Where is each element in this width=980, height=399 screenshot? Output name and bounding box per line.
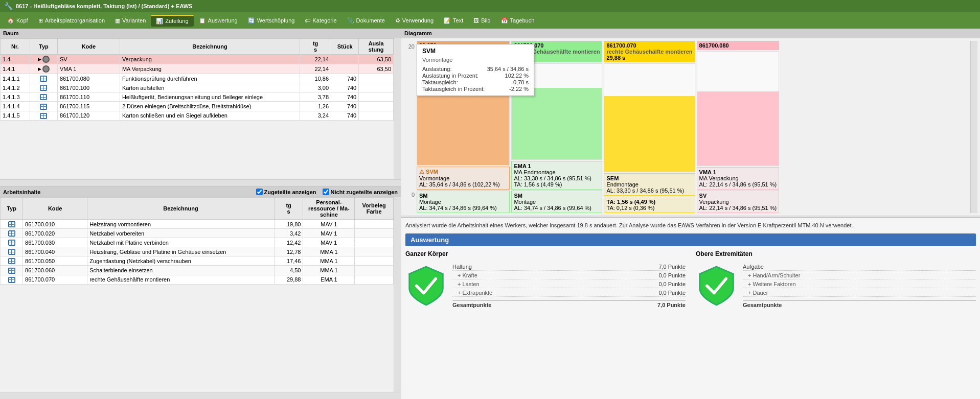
sv-card: VMA 1 MA Verpackung AL: 22,14 s / 34,86 … — [697, 167, 780, 190]
tree-header: Baum — [0, 29, 401, 38]
bar-svm-fill — [417, 84, 509, 165]
nav-wertschoepfung[interactable]: 🔄 Wertschöpfung — [243, 15, 300, 26]
erg-row-haltung: Haltung 7,0 Punkte — [452, 263, 686, 271]
app-icon: 🔧 — [4, 2, 13, 10]
erg-shield-row-ganzer: Haltung 7,0 Punkte + Kräfte 0,0 Punkte +… — [405, 263, 686, 309]
sm-card: SM Montage AL: 34,74 s / 34,86 s (99,64 … — [417, 191, 510, 213]
nav-verwendung[interactable]: ♻ Verwendung — [390, 15, 439, 26]
bar-sem-fill — [604, 96, 694, 172]
nav-dokumente[interactable]: 📎 Dokumente — [342, 15, 390, 26]
tree-row[interactable]: 1.4.1.3861700.110Heißluftgerät, Bedienun… — [1, 92, 394, 102]
erg-row-lasten: + Lasten 0,0 Punkte — [452, 280, 686, 288]
work-row[interactable]: 861700.070rechte Gehäusehälfte montieren… — [1, 275, 394, 284]
work-row[interactable]: 861700.020Netzkabel vorbereiten3,42MAV 1 — [1, 229, 394, 238]
work-section-title: Arbeitsinhalte — [3, 189, 40, 195]
checkbox-nicht-zugeteilte[interactable]: Nicht zugeteilte anzeigen — [323, 189, 398, 195]
work-table: Typ Kode Bezeichnung tgs Personal-ressou… — [0, 197, 394, 285]
work-row[interactable]: 861700.060Schalterblende einsetzen4,50MM… — [1, 266, 394, 275]
sm-card3: SM Montage AL: 34,74 s / 34,86 s (99,64 … — [511, 191, 602, 213]
y-label-20: 20 — [408, 43, 415, 50]
tree-section: Baum Nr. Typ Kode Bezeichnung tgs Stück — [0, 29, 401, 187]
erg-row-handarm: + Hand/Arm/Schulter — [743, 272, 976, 279]
nav-bild[interactable]: 🖼 Bild — [468, 15, 495, 26]
work-col-bez: Bezeichnung — [87, 198, 275, 220]
chart-bar-sv — [697, 51, 780, 166]
erg-row-aufgabe: Aufgabe — [743, 263, 976, 271]
tree-col-nr: Nr. — [1, 39, 30, 55]
work-scrollbar[interactable] — [394, 197, 401, 392]
tooltip-takt-pct-row: Taktausgleich in Prozent: -2,22 % — [422, 86, 529, 92]
tree-col-stuck: Stück — [331, 39, 359, 55]
work-header: Arbeitsinhalte Zugeteilte anzeigen Nicht… — [0, 187, 401, 197]
erg-analysis-text: Analysiert wurde die Arbeitsinhalt eines… — [405, 222, 976, 229]
chart-col-sv-header: 861700.080 — [697, 41, 780, 50]
sv-card2: SV Verpackung AL: 22,14 s / 34,86 s (95,… — [697, 191, 780, 213]
nav-tagebuch[interactable]: 📅 Tagebuch — [496, 15, 540, 26]
nav-varianten[interactable]: ▦ Varianten — [110, 15, 151, 26]
tooltip-subtitle: Vormontage — [422, 57, 529, 63]
svm-card: ⚠ SVM Vormontage AL: 35,64 s / 34,86 s (… — [417, 167, 510, 190]
work-scroll-h[interactable] — [0, 392, 401, 399]
diagram-header: Diagramm — [401, 29, 980, 38]
chart-col-sem-header: 861700.070 rechte Gehäusehälfte montiere… — [604, 41, 695, 62]
nav-arbeitsplatz[interactable]: ⊞ Arbeitsplatzorganisation — [33, 15, 110, 26]
kategorie-icon: 🏷 — [305, 17, 310, 24]
bar-sm-fill — [512, 88, 602, 159]
dokumente-icon: 📎 — [347, 17, 354, 24]
nav-zuteilung[interactable]: 📊 Zuteilung — [151, 15, 193, 27]
nav-auswertung[interactable]: 📋 Auswertung — [194, 15, 243, 26]
diagram-section: Diagramm SVM Vormontage Auslastung: 35,6… — [401, 29, 980, 218]
work-col-pers: Personal-ressource / Ma-schine — [303, 198, 355, 220]
tree-col-bez: Bezeichnung — [120, 39, 300, 55]
tree-scrollbar[interactable] — [394, 38, 401, 179]
window-title: 8617 - Heißluftgebläse komplett, Taktung… — [16, 3, 192, 9]
bild-icon: 🖼 — [473, 17, 479, 24]
tree-row[interactable]: 1.4.1.4861700.1152 Düsen einlegen (Breit… — [1, 102, 394, 111]
tooltip-title: SVM — [422, 48, 529, 55]
nav-kopf[interactable]: 🏠 Kopf — [2, 15, 33, 26]
wertschoepfung-icon: 🔄 — [248, 17, 255, 24]
nav-text[interactable]: 📝 Text — [439, 15, 468, 26]
main-layout: Baum Nr. Typ Kode Bezeichnung tgs Stück — [0, 29, 980, 399]
sm-card2: EMA 1 MA Endmontage AL: 33,30 s / 34,86 … — [511, 161, 602, 190]
erg-row-total-ganzer: Gesamtpunkte 7,0 Punkte — [452, 300, 686, 308]
checkbox-zugeteilte[interactable]: Zugeteilte anzeigen — [256, 189, 316, 195]
work-row[interactable]: 861700.030Netzkabel mit Platine verbinde… — [1, 238, 394, 247]
work-col-typ: Typ — [1, 198, 23, 220]
chart-bar-sem — [604, 63, 695, 172]
erg-row-kraefte: + Kräfte 0,0 Punkte — [452, 272, 686, 279]
tree-row[interactable]: 1.4▶ SVVerpackung22,1463,50 — [1, 55, 394, 64]
work-col-vorb: VorbelegFarbe — [355, 198, 394, 220]
tree-row[interactable]: 1.4.1.2861700.100Karton aufstellen3,0074… — [1, 83, 394, 92]
erg-row-extrapunkte: + Extrapunkte 0,0 Punkte — [452, 289, 686, 297]
checkbox-zugeteilte-input[interactable] — [256, 189, 263, 195]
shield-icon-ganzer — [405, 263, 446, 309]
checkbox-nicht-zugeteilte-input[interactable] — [323, 189, 329, 195]
erg-shield-row-obere: Aufgabe + Hand/Arm/Schulter + Weitere Fa… — [696, 263, 976, 309]
tooltip-takt-row: Taktausgleich: -0,78 s — [422, 79, 529, 85]
erg-columns: Ganzer Körper Haltung 7,0 Punkte — [405, 250, 976, 309]
shield-icon-obere — [696, 263, 737, 309]
bar-sv-fill — [697, 91, 779, 166]
shield-svg-obere — [697, 264, 736, 308]
work-row[interactable]: 861700.040Heizstrang, Gebläse und Platin… — [1, 247, 394, 256]
zuteilung-icon: 📊 — [156, 18, 163, 25]
shield-svg-ganzer — [407, 264, 445, 308]
chart-col-sv: 861700.080 VMA 1 MA Verpackung AL: 22,14… — [697, 41, 780, 213]
tree-row[interactable]: 1.4.1.5861700.120Karton schließen und ei… — [1, 111, 394, 120]
work-row[interactable]: 861700.050Zugentlastung (Netzkabel) vers… — [1, 256, 394, 266]
tree-row[interactable]: 1.4.1.1861700.080Funktionsprüfung durchf… — [1, 74, 394, 83]
diagram-scrollbar-v[interactable] — [970, 41, 977, 213]
tree-row[interactable]: 1.4.1▶ VMA 1MA Verpackung22,1463,50 — [1, 64, 394, 74]
text-icon: 📝 — [444, 17, 451, 24]
arbeitsplatz-icon: ⊞ — [38, 17, 43, 24]
tree-scroll-h[interactable] — [0, 179, 401, 186]
tree-table: Nr. Typ Kode Bezeichnung tgs Stück Ausla… — [0, 38, 394, 121]
nav-kategorie[interactable]: 🏷 Kategorie — [300, 15, 341, 26]
tree-col-kode: Kode — [57, 39, 120, 55]
sem-card2: TA: 1,56 s (4,49 %) TA: 0,12 s (0,36 %) — [604, 197, 695, 213]
title-bar: 🔧 8617 - Heißluftgebläse komplett, Taktu… — [0, 0, 980, 12]
diagram-scroll-h[interactable] — [401, 216, 980, 218]
tree-col-typ: Typ — [30, 39, 57, 55]
work-row[interactable]: 861700.010Heizstrang vormontieren19,80MA… — [1, 220, 394, 229]
